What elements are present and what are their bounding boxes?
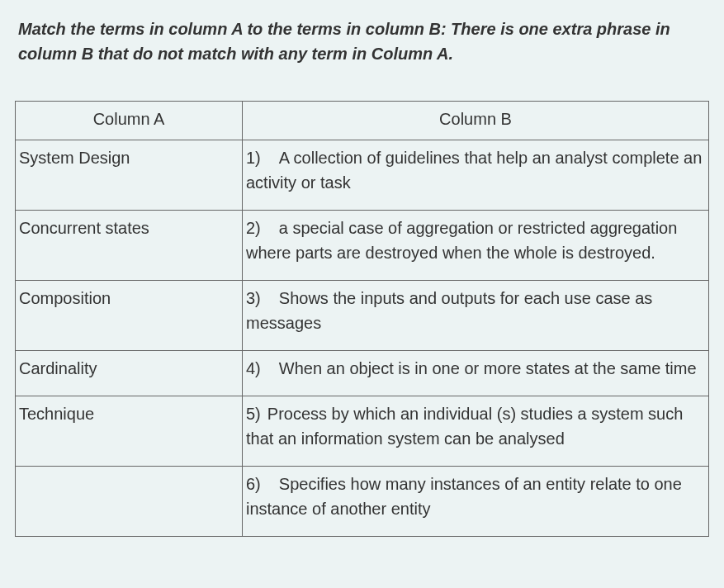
term-cell: Concurrent states	[16, 211, 243, 281]
table-row: System Design 1)A collection of guidelin…	[16, 140, 709, 211]
row-number: 6)	[246, 472, 261, 496]
term-cell: Composition	[16, 281, 243, 351]
term-cell: Technique	[16, 396, 243, 467]
definition-text: Process by which an individual (s) studi…	[246, 405, 683, 448]
term-cell: System Design	[16, 140, 243, 211]
definition-cell: 1)A collection of guidelines that help a…	[243, 140, 709, 211]
definition-cell: 3)Shows the inputs and outputs for each …	[243, 281, 709, 351]
table-row: 6)Specifies how many instances of an ent…	[16, 467, 709, 537]
definition-text: a special case of aggregation or restric…	[246, 219, 677, 262]
definition-cell: 5)Process by which an individual (s) stu…	[243, 396, 709, 467]
definition-text: A collection of guidelines that help an …	[246, 149, 702, 192]
term-cell: Cardinality	[16, 351, 243, 396]
definition-text: When an object is in one or more states …	[279, 359, 697, 377]
definition-cell: 6)Specifies how many instances of an ent…	[243, 467, 709, 537]
definition-text: Specifies how many instances of an entit…	[246, 475, 682, 518]
definition-text: Shows the inputs and outputs for each us…	[246, 289, 652, 332]
row-number: 2)	[246, 216, 261, 240]
matching-table: Column A Column B System Design 1)A coll…	[15, 101, 709, 537]
definition-cell: 4)When an object is in one or more state…	[243, 351, 709, 396]
row-number: 3)	[246, 286, 261, 311]
table-row: Composition 3)Shows the inputs and outpu…	[16, 281, 709, 351]
definition-cell: 2)a special case of aggregation or restr…	[243, 211, 709, 281]
row-number: 4)	[246, 356, 261, 381]
row-number: 5)	[246, 401, 261, 426]
table-row: Technique 5)Process by which an individu…	[16, 396, 709, 467]
table-row: Cardinality 4)When an object is in one o…	[16, 351, 709, 396]
table-row: Concurrent states 2)a special case of ag…	[16, 211, 709, 281]
header-column-a: Column A	[16, 102, 243, 140]
term-cell	[16, 467, 243, 537]
question-instructions: Match the terms in column A to the terms…	[15, 17, 709, 66]
row-number: 1)	[246, 145, 261, 170]
header-column-b: Column B	[243, 102, 709, 140]
